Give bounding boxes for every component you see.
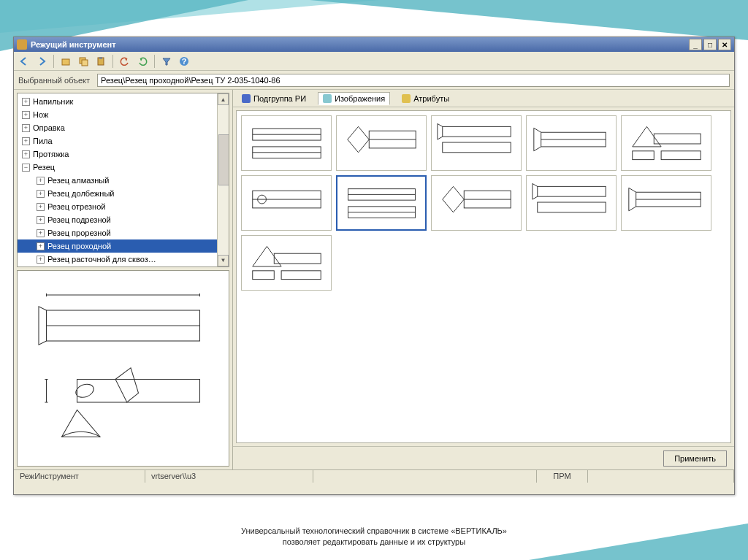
- status-source: РежИнструмент: [14, 470, 145, 483]
- svg-rect-23: [443, 126, 511, 137]
- redo-button[interactable]: [135, 54, 150, 69]
- preview-panel: [17, 270, 229, 467]
- thumbnail[interactable]: [431, 175, 522, 231]
- expand-icon[interactable]: +: [37, 242, 45, 250]
- expand-icon[interactable]: +: [22, 98, 30, 106]
- thumbnail[interactable]: [241, 115, 332, 171]
- expand-icon[interactable]: +: [22, 137, 30, 145]
- expand-icon[interactable]: +: [37, 256, 45, 264]
- path-label: Выбранный объект: [18, 76, 90, 85]
- tree-item[interactable]: +Напильник: [18, 95, 229, 108]
- expand-icon[interactable]: +: [37, 229, 45, 237]
- expand-icon[interactable]: +: [37, 190, 45, 198]
- app-window: Режущий инструмент _ □ ✕: [13, 37, 735, 495]
- thumbnail[interactable]: [621, 175, 711, 231]
- slide-caption: Универсальный технологический справочник…: [0, 526, 748, 547]
- nav-forward-button[interactable]: [34, 54, 49, 69]
- tree-item-label: Нож: [33, 110, 48, 119]
- svg-rect-39: [538, 186, 606, 196]
- svg-rect-29: [661, 151, 701, 160]
- tree-item[interactable]: +Резец проходной: [18, 239, 229, 253]
- status-server: vrtserver\\u3: [145, 470, 313, 483]
- svg-rect-0: [62, 59, 69, 65]
- nav-back-button[interactable]: [17, 54, 31, 69]
- tree-item[interactable]: +Пила: [18, 134, 229, 147]
- svg-rect-2: [82, 60, 88, 66]
- status-bar: РежИнструмент vrtserver\\u3 ПРМ: [14, 469, 734, 483]
- open-button[interactable]: [58, 54, 73, 69]
- tree-item-label: Резец проходной: [47, 242, 111, 250]
- thumbnail[interactable]: [526, 175, 617, 231]
- tree-item-label: Напильник: [33, 97, 73, 106]
- preview-drawing: [23, 280, 223, 456]
- thumbnail[interactable]: [336, 175, 427, 231]
- thumbnail[interactable]: [241, 235, 332, 291]
- expand-icon[interactable]: +: [22, 111, 30, 119]
- tab-icon: [402, 94, 411, 103]
- tab-cyan[interactable]: Изображения: [318, 92, 390, 105]
- tree-item-label: Резец алмазный: [47, 176, 109, 185]
- close-button[interactable]: ✕: [718, 39, 731, 50]
- tree-item[interactable]: +Резец подрезной: [18, 213, 229, 226]
- tree-item-label: Протяжка: [33, 150, 69, 158]
- tree-item[interactable]: +Протяжка: [18, 147, 229, 161]
- svg-rect-44: [253, 271, 275, 280]
- expand-icon[interactable]: +: [37, 177, 45, 185]
- tree-item[interactable]: +Резец алмазный: [18, 174, 229, 187]
- status-mode: ПРМ: [537, 470, 588, 483]
- svg-rect-28: [633, 151, 654, 160]
- copy-button[interactable]: [76, 54, 91, 69]
- thumbnail[interactable]: [336, 115, 427, 171]
- svg-text:?: ?: [182, 57, 187, 66]
- tab-blue[interactable]: Подгруппа РИ: [237, 93, 310, 104]
- thumbnail[interactable]: [431, 115, 522, 171]
- tree-item[interactable]: +Нож: [18, 108, 229, 121]
- thumbnail[interactable]: [526, 115, 617, 171]
- path-bar: Выбранный объект: [14, 71, 734, 90]
- thumbnail[interactable]: [621, 115, 711, 171]
- tree-item-label: Резец отрезной: [47, 202, 105, 211]
- tab-label: Изображения: [335, 94, 385, 103]
- svg-rect-4: [99, 57, 102, 59]
- right-tabs: Подгруппа РИИзображенияАтрибуты: [233, 90, 734, 107]
- thumbnail[interactable]: [241, 175, 332, 231]
- svg-rect-43: [274, 253, 321, 264]
- tab-yel[interactable]: Атрибуты: [397, 93, 454, 104]
- thumbnail-grid: [236, 110, 731, 443]
- window-title: Режущий инструмент: [31, 40, 116, 49]
- tree-item-label: Резец: [33, 163, 55, 172]
- tree-item[interactable]: +Резец расточной для сквоз…: [18, 253, 229, 266]
- tab-label: Атрибуты: [413, 94, 449, 103]
- tree-item[interactable]: +Оправка: [18, 121, 229, 134]
- tree-item-label: Резец прорезной: [47, 229, 111, 237]
- minimize-button[interactable]: _: [689, 39, 702, 50]
- expand-icon[interactable]: +: [37, 216, 45, 224]
- expand-icon[interactable]: +: [22, 124, 30, 132]
- svg-rect-40: [538, 202, 606, 212]
- help-button[interactable]: ?: [177, 54, 191, 69]
- tree-scrollbar[interactable]: ▲▼: [217, 93, 229, 266]
- svg-rect-45: [281, 271, 321, 280]
- tree-item-label: Резец долбежный: [47, 189, 115, 198]
- expand-icon[interactable]: +: [22, 150, 30, 158]
- expand-icon[interactable]: +: [37, 203, 45, 211]
- tree-item[interactable]: +Резец прорезной: [18, 226, 229, 239]
- path-input[interactable]: [97, 74, 730, 87]
- tree-item-label: Резец расточной для сквоз…: [47, 255, 156, 264]
- tree-item-label: Резец подрезной: [47, 215, 111, 224]
- titlebar: Режущий инструмент _ □ ✕: [14, 37, 734, 52]
- apply-button[interactable]: Применить: [663, 450, 727, 467]
- svg-rect-24: [443, 142, 511, 153]
- tab-icon: [242, 94, 251, 103]
- tab-icon: [323, 94, 332, 103]
- tree-item[interactable]: +Резец отрезной: [18, 200, 229, 213]
- paste-button[interactable]: [94, 54, 108, 69]
- filter-button[interactable]: [159, 54, 174, 69]
- collapse-icon[interactable]: −: [22, 164, 30, 172]
- maximize-button[interactable]: □: [703, 39, 717, 50]
- toolbar: ?: [14, 52, 734, 71]
- undo-button[interactable]: [118, 54, 132, 69]
- tree-item[interactable]: +Резец долбежный: [18, 187, 229, 200]
- tree-panel: +Напильник+Нож+Оправка+Пила+Протяжка−Рез…: [17, 93, 229, 267]
- tree-item[interactable]: −Резец: [18, 161, 229, 174]
